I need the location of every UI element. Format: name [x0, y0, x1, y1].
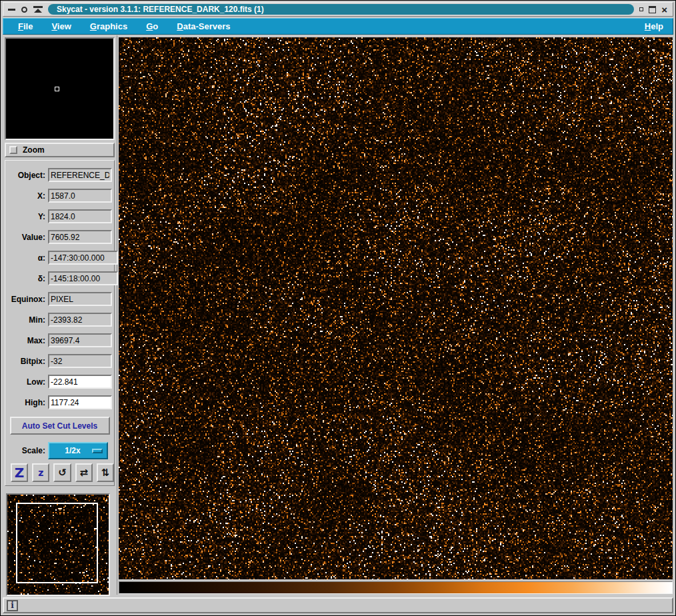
fits-image-canvas[interactable] [119, 37, 673, 579]
field-y-label: Y: [5, 212, 45, 221]
restore-icon[interactable] [21, 7, 27, 13]
field-row-low: Low: [5, 371, 114, 392]
dropdown-indicator-icon [92, 449, 103, 453]
field-row-value: Value: [5, 227, 114, 247]
maximize-icon[interactable] [649, 6, 656, 13]
flip-y-button[interactable]: ⇅ [97, 463, 114, 482]
field-x-label: X: [5, 191, 45, 201]
flip-x-button[interactable]: ⇄ [75, 463, 93, 482]
field-row-dec: δ: [5, 268, 114, 289]
field-row-max: Max: [5, 330, 114, 351]
field-x-input [48, 189, 112, 203]
info-icon[interactable]: i [7, 600, 18, 611]
field-bitpix-label: Bitpix: [5, 357, 45, 366]
field-max-label: Max: [5, 336, 45, 345]
field-min-label: Min: [5, 315, 45, 325]
menu-view[interactable]: View [42, 21, 80, 31]
field-low-input[interactable] [48, 375, 112, 389]
field-ra-label: α: [5, 253, 45, 263]
menu-go[interactable]: Go [137, 21, 167, 31]
rotate-button[interactable]: ↺ [53, 463, 71, 482]
field-low-label: Low: [5, 377, 45, 387]
field-row-y: Y: [5, 206, 114, 227]
zoom-toggle-bar: Zoom [5, 143, 115, 157]
field-min-input [48, 313, 112, 327]
field-row-x: X: [5, 185, 114, 206]
titlebar-left-controls [3, 6, 48, 13]
menu-graphics[interactable]: Graphics [81, 21, 137, 31]
field-value-label: Value: [5, 233, 45, 242]
zoom-in-button[interactable]: Z [11, 463, 28, 482]
auto-set-cut-levels-button[interactable]: Auto Set Cut Levels [10, 417, 110, 435]
info-frame: Object:X:Y:Value:α:δ:Equinox:Min:Max:Bit… [5, 160, 115, 486]
menubar: FileViewGraphicsGoData-Servers Help [3, 18, 673, 35]
field-row-bitpix: Bitpix: [5, 351, 114, 371]
field-max-input [48, 333, 112, 347]
image-toolbar: Zz↺⇄⇅ [11, 463, 114, 482]
zoom-marker [55, 87, 59, 91]
field-row-object: Object: [5, 165, 114, 185]
field-equinox-input [48, 292, 112, 306]
field-row-high: High: [5, 392, 114, 413]
field-dec-input [48, 271, 118, 285]
main-image-area [119, 37, 673, 579]
scale-label: Scale: [5, 446, 45, 455]
skycat-window: Skycat - version 3.1.1: REFERENCE_DARK_1… [0, 0, 676, 616]
field-ra-input [48, 251, 118, 265]
field-equinox-label: Equinox: [5, 295, 45, 304]
shade-icon[interactable] [33, 6, 43, 13]
field-high-label: High: [5, 398, 45, 407]
iconify-icon[interactable] [639, 7, 643, 11]
field-dec-label: δ: [5, 274, 45, 283]
statusbar: i [3, 597, 673, 613]
field-bitpix-input [48, 354, 112, 368]
close-icon[interactable]: × [661, 6, 667, 13]
scale-value: 1/2x [49, 446, 92, 455]
zoom-out-button[interactable]: z [32, 463, 49, 482]
field-object-input [48, 168, 112, 182]
zoom-checkbox[interactable] [9, 146, 17, 154]
left-panel: Zoom Object:X:Y:Value:α:δ:Equinox:Min:Ma… [3, 35, 117, 595]
zoom-window [5, 37, 115, 140]
scale-dropdown[interactable]: 1/2x [48, 442, 108, 459]
field-row-equinox: Equinox: [5, 289, 114, 309]
zoom-checkbox-label: Zoom [23, 145, 45, 155]
menu-file[interactable]: File [9, 21, 42, 31]
field-y-input [48, 209, 112, 223]
menu-help[interactable]: Help [635, 21, 673, 31]
field-object-label: Object: [5, 171, 45, 180]
titlebar[interactable]: Skycat - version 3.1.1: REFERENCE_DARK_1… [3, 2, 673, 17]
pan-view-rect[interactable] [16, 503, 98, 583]
colorbar[interactable] [119, 581, 673, 594]
pan-window[interactable] [6, 493, 110, 596]
titlebar-right-controls: × [639, 6, 673, 13]
minimize-icon[interactable] [8, 9, 15, 11]
scale-row: Scale: 1/2x [5, 442, 114, 459]
field-high-input[interactable] [48, 395, 112, 409]
menu-data-servers[interactable]: Data-Servers [167, 21, 239, 31]
window-title[interactable]: Skycat - version 3.1.1: REFERENCE_DARK_1… [48, 4, 634, 15]
field-value-input [48, 230, 112, 244]
field-row-ra: α: [5, 247, 114, 268]
field-row-min: Min: [5, 309, 114, 330]
